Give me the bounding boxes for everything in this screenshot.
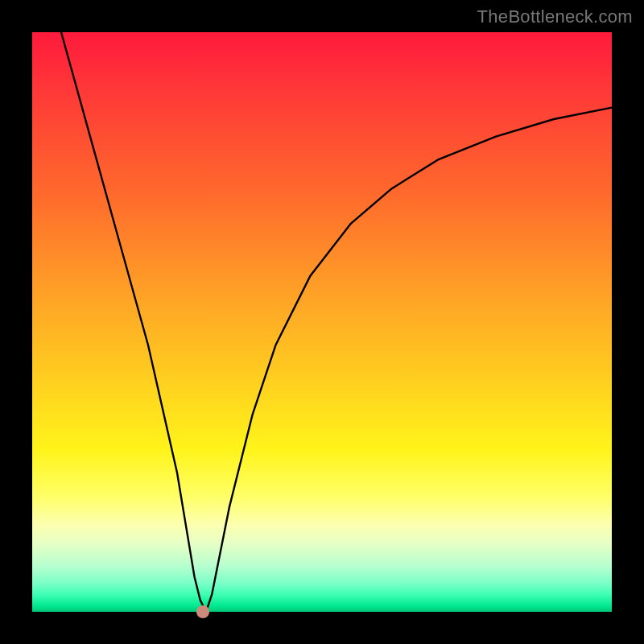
chart-frame: TheBottleneck.com [0,0,644,644]
optimal-point-marker [196,605,209,618]
plot-area [32,32,612,612]
bottleneck-curve-path [61,32,612,612]
bottleneck-curve [32,32,612,612]
watermark-text: TheBottleneck.com [477,6,633,27]
